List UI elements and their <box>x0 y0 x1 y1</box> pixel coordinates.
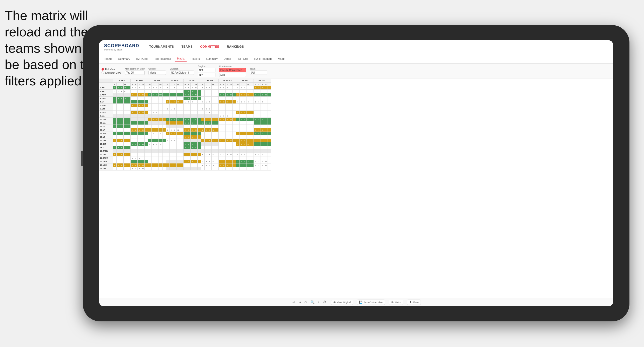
matrix-area[interactable]: 3. ASU 10. UW 11. UA 22. UCB 24. UO 27. … <box>99 79 613 298</box>
matrix-cell: 3 <box>240 142 243 146</box>
matrix-cell <box>226 104 229 107</box>
nav-teams[interactable]: TEAMS <box>182 44 193 50</box>
nav-tournaments[interactable]: TOURNAMENTS <box>149 44 174 50</box>
matrix-cell <box>257 135 261 139</box>
matrix-cell: 26 <box>194 128 198 132</box>
redo-button[interactable]: ↪ <box>297 300 302 305</box>
gender-select[interactable]: Men's Women's <box>148 71 166 75</box>
division-select[interactable]: NCAA Division I NCAA Division II NCAA Di… <box>170 71 194 75</box>
matrix-cell: 0 <box>243 100 247 104</box>
matrix-cell <box>180 149 184 153</box>
sub-nav-matrix[interactable]: Matrix <box>175 56 187 62</box>
matrix-cell: 22 <box>159 132 163 135</box>
matrix-cell <box>208 118 212 121</box>
matrix-cell <box>201 149 205 153</box>
matrix-cell: 1 <box>219 139 222 142</box>
sub-nav-summary2[interactable]: Summary <box>203 56 220 61</box>
zoom-in-button[interactable]: + <box>317 300 321 305</box>
matrix-cell <box>180 86 184 90</box>
max-teams-select[interactable]: Top 25 Top 10 Top 50 <box>125 71 145 75</box>
matrix-cell <box>254 156 257 160</box>
undo-button[interactable]: ↩ <box>291 300 296 305</box>
matrix-cell <box>127 104 131 107</box>
matrix-cell <box>257 97 261 100</box>
share-button[interactable]: ⬆ Share <box>407 300 421 305</box>
zoom-out-button[interactable]: 🔍 <box>309 300 315 305</box>
region-select2[interactable]: N/A <box>198 73 215 77</box>
matrix-cell: 0 <box>208 107 212 111</box>
matrix-cell <box>134 153 138 156</box>
full-view-radio[interactable]: Full View <box>102 68 121 71</box>
conference-filter: Conference Pac-12 Conference (All) (All) <box>219 65 246 77</box>
save-custom-button[interactable]: 💾 Save Custom View <box>357 300 385 305</box>
matrix-cell <box>236 132 240 135</box>
matrix-cell: 1 <box>254 100 257 104</box>
view-original-button[interactable]: 👁 View: Original <box>331 300 353 305</box>
matrix-cell <box>264 142 268 146</box>
matrix-cell <box>163 114 166 118</box>
nav-rankings[interactable]: RANKINGS <box>227 44 244 50</box>
matrix-cell <box>250 167 254 170</box>
watch-button[interactable]: 👁 Watch <box>389 300 403 305</box>
settings-button[interactable]: ⏱ <box>322 300 327 305</box>
matrix-cell <box>198 97 201 100</box>
matrix-cell: 2 <box>240 118 243 121</box>
matrix-cell <box>198 104 201 107</box>
matrix-cell <box>152 156 155 160</box>
sub-nav-summary[interactable]: Summary <box>116 56 132 61</box>
sub-nav-teams[interactable]: Teams <box>102 56 115 61</box>
conference-select2[interactable]: (All) <box>219 73 246 77</box>
matrix-cell <box>124 167 127 170</box>
matrix-cell <box>141 153 145 156</box>
matrix-cell <box>173 111 177 114</box>
matrix-cell <box>134 107 138 111</box>
sub-nav-h2h-grid[interactable]: H2H Grid <box>133 56 150 61</box>
matrix-cell: 2 <box>201 128 205 132</box>
sub-nav-players[interactable]: Players <box>188 56 202 61</box>
matrix-cell <box>152 97 155 100</box>
matrix-cell <box>120 107 124 111</box>
col-uo: 24. UO <box>184 79 201 83</box>
matrix-cell <box>127 121 131 125</box>
matrix-cell <box>233 111 236 114</box>
compact-view-radio[interactable]: Compact View <box>102 72 121 74</box>
matrix-cell <box>194 90 198 93</box>
sub-nav-h2h-heatmap2[interactable]: H2H Heatmap <box>252 56 274 61</box>
matrix-cell <box>198 160 201 163</box>
matrix-cell <box>163 156 166 160</box>
matrix-cell: 1 <box>236 118 240 121</box>
sub-nav-detail[interactable]: Detail <box>221 56 233 61</box>
sub-nav-h2h-heatmap[interactable]: H2H Heatmap <box>151 56 174 61</box>
matrix-cell: 0 <box>261 100 264 104</box>
matrix-cell <box>155 135 159 139</box>
matrix-cell <box>229 142 233 146</box>
sub-nav-matrix2[interactable]: Matrix <box>275 56 288 61</box>
matrix-cell <box>264 128 268 132</box>
matrix-cell <box>177 146 180 149</box>
matrix-cell: 22 <box>141 128 145 132</box>
matrix-cell <box>212 135 215 139</box>
team-select[interactable]: (All) <box>250 71 267 75</box>
nav-committee[interactable]: COMMITTEE <box>200 44 219 50</box>
matrix-cell: 0 <box>187 128 191 132</box>
conference-select[interactable]: Pac-12 Conference (All) <box>219 68 246 72</box>
matrix-cell <box>257 107 261 111</box>
table-row: 14. TTU21122021300 <box>99 132 271 135</box>
matrix-cell <box>264 135 268 139</box>
matrix-cell: 1 <box>148 118 152 121</box>
matrix-cell: 0 <box>191 100 194 104</box>
matrix-cell <box>163 149 166 153</box>
region-select[interactable]: N/A East West <box>198 68 215 72</box>
matrix-cell: 0 <box>257 153 261 156</box>
refresh-button[interactable]: ⟳ <box>303 300 308 305</box>
matrix-cell <box>219 156 222 160</box>
matrix-cell: 0 <box>138 163 141 167</box>
matrix-cell <box>166 156 170 160</box>
matrix-cell <box>250 163 254 167</box>
matrix-cell <box>233 163 236 167</box>
sub-nav-h2h-grid2[interactable]: H2H Grid <box>234 56 251 61</box>
matrix-cell <box>173 167 177 170</box>
matrix-cell <box>247 146 250 149</box>
row-label-cell: 7. UM <box>99 107 113 111</box>
matrix-cell <box>177 160 180 163</box>
